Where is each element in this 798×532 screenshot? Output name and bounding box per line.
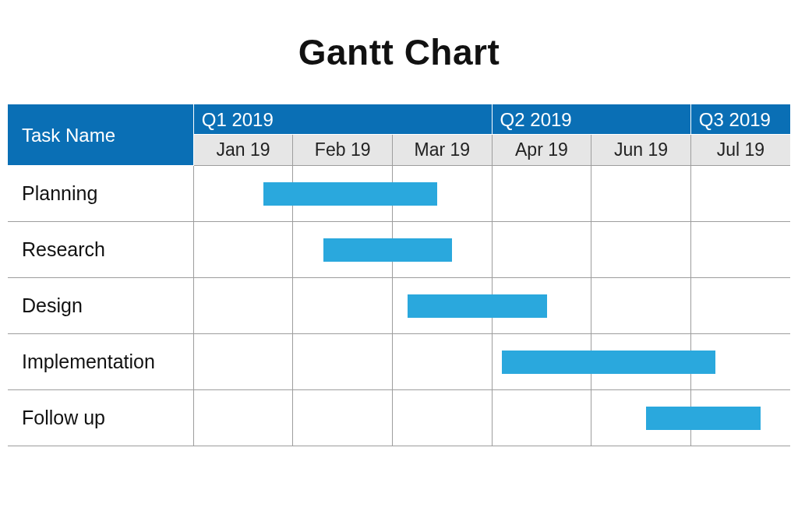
task-row: Planning <box>8 166 790 222</box>
task-name-header: Task Name <box>8 104 193 166</box>
timeline-cell <box>492 390 591 446</box>
timeline-cell <box>392 222 492 278</box>
task-name-cell: Implementation <box>8 334 193 390</box>
task-name-cell: Research <box>8 222 193 278</box>
timeline-cell <box>591 390 691 446</box>
task-row: Research <box>8 222 790 278</box>
timeline-cell <box>293 334 393 390</box>
timeline-cell <box>690 222 790 278</box>
task-name-cell: Design <box>8 278 193 334</box>
month-label: Apr 19 <box>492 135 591 166</box>
timeline-cell <box>492 222 591 278</box>
timeline-cell <box>591 278 691 334</box>
month-label: Jan 19 <box>193 135 293 166</box>
task-row: Follow up <box>8 390 790 446</box>
timeline-cell <box>293 222 393 278</box>
timeline-cell <box>293 278 393 334</box>
task-name-cell: Planning <box>8 166 193 222</box>
timeline-cell <box>293 390 393 446</box>
timeline-cell <box>193 334 293 390</box>
month-label: Mar 19 <box>392 135 492 166</box>
quarter-label: Q2 2019 <box>492 104 690 135</box>
task-row: Implementation <box>8 334 790 390</box>
timeline-cell <box>690 278 790 334</box>
timeline-cell <box>193 278 293 334</box>
chart-title: Gantt Chart <box>8 31 790 73</box>
header-quarters-row: Task Name Q1 2019 Q2 2019 Q3 2019 <box>8 104 790 135</box>
timeline-cell <box>690 166 790 222</box>
timeline-cell <box>492 334 591 390</box>
quarter-label: Q3 2019 <box>690 104 790 135</box>
task-name-cell: Follow up <box>8 390 193 446</box>
timeline-cell <box>492 166 591 222</box>
timeline-cell <box>193 166 293 222</box>
timeline-cell <box>293 166 393 222</box>
timeline-cell <box>690 334 790 390</box>
timeline-cell <box>690 390 790 446</box>
timeline-cell <box>193 222 293 278</box>
timeline-cell <box>492 278 591 334</box>
timeline-cell <box>591 334 691 390</box>
month-label: Feb 19 <box>293 135 393 166</box>
timeline-cell <box>591 222 691 278</box>
timeline-cell <box>392 334 492 390</box>
timeline-cell <box>392 278 492 334</box>
gantt-chart: Task Name Q1 2019 Q2 2019 Q3 2019 Jan 19… <box>8 104 790 446</box>
timeline-cell <box>392 166 492 222</box>
timeline-cell <box>591 166 691 222</box>
quarter-label: Q1 2019 <box>193 104 492 135</box>
timeline-cell <box>392 390 492 446</box>
timeline-cell <box>193 390 293 446</box>
task-row: Design <box>8 278 790 334</box>
month-label: Jun 19 <box>591 135 691 166</box>
month-label: Jul 19 <box>690 135 790 166</box>
